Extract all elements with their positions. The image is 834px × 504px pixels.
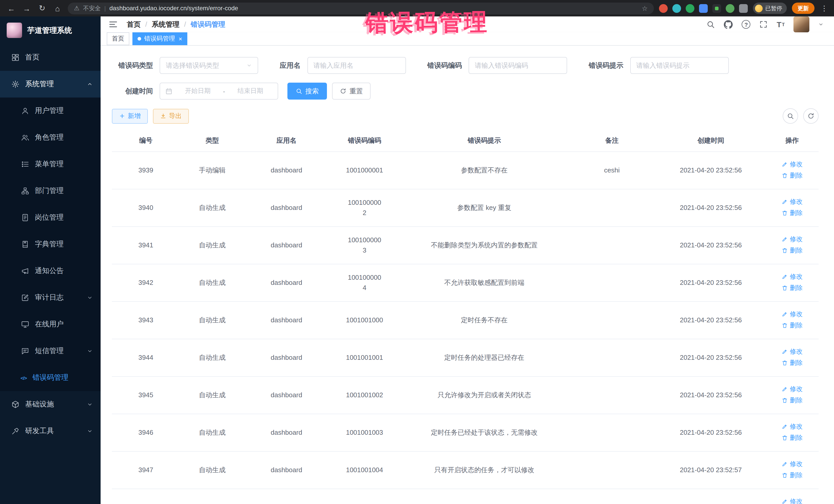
error-hint-input[interactable] bbox=[630, 57, 728, 74]
help-icon[interactable]: ? bbox=[742, 20, 751, 29]
export-button[interactable]: 导出 bbox=[153, 109, 189, 124]
reset-button[interactable]: 重置 bbox=[332, 83, 371, 100]
cell-type: 自动生成 bbox=[180, 302, 245, 339]
app-name-input[interactable] bbox=[307, 57, 406, 74]
error-type-select[interactable]: 请选择错误码类型 bbox=[160, 57, 258, 74]
cell-hint: 只有开启状态的任务，才可以修改 bbox=[401, 452, 568, 489]
github-icon[interactable] bbox=[724, 20, 733, 29]
search-button[interactable]: 搜索 bbox=[287, 83, 327, 100]
edit-link[interactable]: 修改 bbox=[782, 309, 803, 319]
sidebar-item-post[interactable]: 岗位管理 bbox=[0, 204, 101, 231]
extension-icon[interactable] bbox=[672, 4, 681, 13]
delete-link[interactable]: 删除 bbox=[782, 433, 803, 443]
close-icon[interactable]: × bbox=[179, 36, 182, 42]
edit-icon bbox=[21, 293, 29, 302]
breadcrumb-item[interactable]: 首页 bbox=[127, 20, 140, 29]
date-range-picker[interactable]: 开始日期 - 结束日期 bbox=[160, 83, 278, 100]
extension-icon[interactable] bbox=[726, 4, 734, 13]
delete-link[interactable]: 删除 bbox=[782, 358, 803, 368]
cell-time: 2021-04-20 23:52:56 bbox=[656, 376, 766, 414]
tag-item[interactable]: 首页 bbox=[107, 32, 129, 45]
download-icon bbox=[160, 113, 166, 119]
font-size-icon[interactable]: TT bbox=[777, 21, 785, 28]
hamburger-icon[interactable] bbox=[108, 20, 118, 29]
delete-link[interactable]: 删除 bbox=[782, 320, 803, 330]
filter-row-2: 创建时间 开始日期 - 结束日期 搜索 重置 bbox=[112, 83, 819, 100]
table-toolbar: 新增 导出 bbox=[112, 108, 819, 124]
cell-app: dashboard bbox=[245, 264, 328, 302]
browser-update-button[interactable]: 更新 bbox=[792, 3, 814, 14]
edit-link[interactable]: 修改 bbox=[782, 496, 803, 504]
breadcrumb-item[interactable]: 系统管理 bbox=[152, 20, 180, 29]
sidebar-item-label: 菜单管理 bbox=[35, 160, 64, 169]
cell-code: 1001001002 bbox=[328, 376, 401, 414]
sidebar-item-system[interactable]: 系统管理 bbox=[0, 71, 101, 97]
search-icon[interactable] bbox=[706, 20, 715, 29]
bookmark-star-icon[interactable]: ☆ bbox=[642, 4, 648, 12]
extension-icon[interactable] bbox=[699, 4, 708, 13]
cell-id: 3942 bbox=[112, 264, 180, 302]
logo[interactable]: 芋道管理系统 bbox=[0, 17, 101, 44]
delete-link[interactable]: 删除 bbox=[782, 395, 803, 406]
sidebar-item-devtools[interactable]: 研发工具 bbox=[0, 418, 101, 444]
browser-forward-icon[interactable]: → bbox=[22, 4, 32, 13]
tag-active[interactable]: 错误码管理× bbox=[132, 32, 187, 45]
edit-link[interactable]: 修改 bbox=[782, 197, 803, 207]
toggle-search-button[interactable] bbox=[783, 108, 798, 124]
sidebar-item-dept[interactable]: 部门管理 bbox=[0, 178, 101, 204]
edit-link[interactable]: 修改 bbox=[782, 159, 803, 169]
sidebar-item-notice[interactable]: 通知公告 bbox=[0, 258, 101, 284]
browser-home-icon[interactable]: ⌂ bbox=[52, 4, 63, 13]
delete-link[interactable]: 删除 bbox=[782, 470, 803, 480]
browser-back-icon[interactable]: ← bbox=[6, 4, 17, 13]
sidebar-item-user[interactable]: 用户管理 bbox=[0, 97, 101, 124]
cell-code: 100100000 2 bbox=[328, 189, 401, 226]
chevron-down-icon[interactable] bbox=[818, 22, 824, 27]
edit-link[interactable]: 修改 bbox=[782, 384, 803, 394]
puzzle-icon[interactable] bbox=[739, 4, 748, 13]
sidebar-item-errorcode[interactable]: </>错误码管理 bbox=[0, 365, 101, 391]
avatar[interactable] bbox=[793, 17, 809, 32]
delete-link[interactable]: 删除 bbox=[782, 208, 803, 218]
edit-link[interactable]: 修改 bbox=[782, 234, 803, 244]
filter-app-label: 应用名 bbox=[280, 61, 301, 70]
chevron-down-icon bbox=[87, 294, 93, 301]
delete-link[interactable]: 删除 bbox=[782, 170, 803, 181]
browser-reload-icon[interactable]: ↻ bbox=[37, 4, 47, 13]
sidebar-item-sms[interactable]: 短信管理 bbox=[0, 338, 101, 365]
browser-menu-icon[interactable]: ⋮ bbox=[821, 4, 828, 12]
security-label[interactable]: 不安全 bbox=[83, 4, 101, 12]
url-text[interactable]: dashboard.yudao.iocoder.cn/system/error-… bbox=[109, 5, 638, 12]
cell-ops: 修改删除 bbox=[766, 264, 819, 302]
delete-link[interactable]: 删除 bbox=[782, 245, 803, 256]
gear-icon bbox=[11, 80, 20, 89]
cell-id: 3943 bbox=[112, 302, 180, 339]
refresh-table-button[interactable] bbox=[803, 108, 819, 124]
profile-paused-badge[interactable]: 已暂停 bbox=[753, 3, 787, 14]
sidebar-item-dict[interactable]: 字典管理 bbox=[0, 231, 101, 258]
error-code-input[interactable] bbox=[468, 57, 567, 74]
address-bar[interactable]: ⚠ 不安全 | dashboard.yudao.iocoder.cn/syste… bbox=[68, 2, 654, 14]
sidebar-item-menu[interactable]: 菜单管理 bbox=[0, 151, 101, 178]
sidebar-item-role[interactable]: 角色管理 bbox=[0, 124, 101, 151]
sidebar-item-label: 审计日志 bbox=[35, 293, 64, 302]
cell-time: 2021-04-20 23:52:57 bbox=[656, 489, 766, 504]
sidebar-item-label: 基础设施 bbox=[25, 400, 54, 409]
edit-link[interactable]: 修改 bbox=[782, 421, 803, 432]
edit-link[interactable]: 修改 bbox=[782, 459, 803, 469]
extension-icon[interactable] bbox=[686, 4, 695, 13]
edit-link[interactable]: 修改 bbox=[782, 346, 803, 357]
logo-image bbox=[7, 23, 22, 38]
add-button[interactable]: 新增 bbox=[112, 109, 148, 124]
fullscreen-icon[interactable] bbox=[759, 20, 768, 29]
extension-icon[interactable] bbox=[659, 4, 668, 13]
sidebar-item-infra[interactable]: 基础设施 bbox=[0, 391, 101, 418]
table-row: 3945自动生成dashboard1001001002只允许修改为开启或者关闭状… bbox=[112, 376, 819, 414]
edit-link[interactable]: 修改 bbox=[782, 271, 803, 282]
sidebar-item-home[interactable]: 首页 bbox=[0, 44, 101, 71]
delete-link[interactable]: 删除 bbox=[782, 283, 803, 293]
extension-icon[interactable] bbox=[712, 4, 721, 13]
cell-time: 2021-04-20 23:52:56 bbox=[656, 302, 766, 339]
sidebar-item-online[interactable]: 在线用户 bbox=[0, 311, 101, 338]
sidebar-item-audit[interactable]: 审计日志 bbox=[0, 284, 101, 311]
